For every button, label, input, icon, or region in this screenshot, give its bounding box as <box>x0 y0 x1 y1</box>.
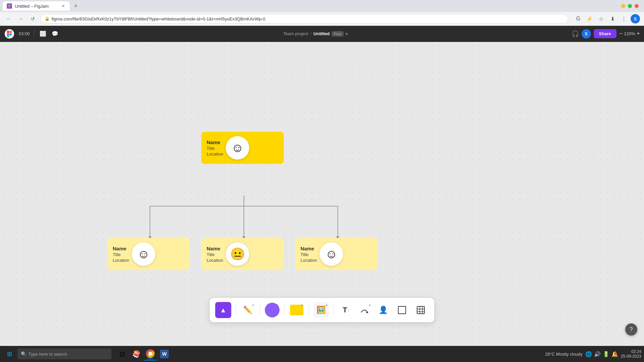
person-tool[interactable]: 👤 <box>375 302 391 318</box>
breadcrumb-project[interactable]: Team project <box>283 31 308 36</box>
org-card-child-middle[interactable]: Name Title Location 😐 <box>201 238 284 270</box>
rect-shape-tool[interactable]: ▲ <box>289 302 305 318</box>
taskbar-item-word[interactable]: W <box>158 347 171 361</box>
zoom-minus-icon[interactable]: − <box>619 30 623 37</box>
start-button[interactable]: ⊞ <box>3 347 16 361</box>
figma-logo[interactable] <box>4 28 15 39</box>
volume-icon[interactable]: 🔊 <box>594 351 601 357</box>
left-location: Location <box>113 258 129 263</box>
new-tab-button[interactable]: + <box>71 1 80 11</box>
frame-tool[interactable] <box>394 302 410 318</box>
dropdown-arrow-icon[interactable]: ▾ <box>345 31 348 37</box>
headphones-icon[interactable]: 🎧 <box>572 30 579 38</box>
lock-icon: 🔒 <box>45 16 50 21</box>
circle-shape-tool[interactable]: ▲ <box>264 302 280 318</box>
toolbar-center: Team project / Untitled Free ▾ <box>62 31 569 37</box>
table-tool[interactable] <box>413 302 429 318</box>
timer-display: 03:00 <box>19 31 30 36</box>
window-controls <box>621 4 641 8</box>
toolbar-divider-1 <box>235 304 236 316</box>
left-name: Name <box>113 246 129 251</box>
left-smiley-icon: ☺ <box>138 247 150 261</box>
browser-right-icons: G ⚡ ☆ ⬇ ⋮ S <box>574 14 640 23</box>
sticker-tool[interactable]: 🖼️ ▲ <box>313 302 329 318</box>
user-avatar[interactable]: S <box>582 29 591 39</box>
address-bar: ← → ↺ 🔒 figma.com/file/83GisEkRxK0z1yTbY… <box>0 12 644 25</box>
tab-favicon: F <box>7 3 12 9</box>
notification-icon[interactable]: 🔔 <box>611 351 618 357</box>
pen-tool[interactable]: ✏️ ▲ <box>240 302 256 318</box>
org-card-child-right[interactable]: Name Title Location ☺ <box>295 238 378 270</box>
svg-rect-0 <box>7 31 9 33</box>
circle-expand-icon: ▲ <box>276 303 279 306</box>
select-icon: ▲ <box>220 306 227 314</box>
close-window-button[interactable] <box>635 4 639 8</box>
toolbar-divider-5 <box>333 304 334 316</box>
root-smiley-icon: ☺ <box>231 141 244 155</box>
settings-icon[interactable]: ⋮ <box>619 14 629 23</box>
share-button[interactable]: Share <box>594 29 616 38</box>
maximize-button[interactable] <box>628 4 632 8</box>
org-card-right-text: Name Title Location <box>301 246 317 263</box>
battery-icon[interactable]: 🔋 <box>603 351 609 357</box>
windows-taskbar: ⊞ 🔍 Type here to search ⊟ 🍣 W 28°C Mostl… <box>0 346 644 362</box>
reload-button[interactable]: ↺ <box>28 14 38 23</box>
url-bar[interactable]: 🔒 figma.com/file/83GisEkRxK0z1yTbY8tFBf/… <box>40 14 568 23</box>
breadcrumb-separator: / <box>310 31 312 36</box>
root-avatar: ☺ <box>226 136 249 160</box>
taskbar-time-display: 02:24 <box>631 349 641 354</box>
middle-avatar: 😐 <box>226 242 249 266</box>
select-tool[interactable]: ▲ <box>215 302 231 318</box>
canvas-icon[interactable]: ⬜ <box>38 29 48 39</box>
active-tab[interactable]: F Untitled – FigJam ✕ <box>3 1 70 11</box>
org-card-left-text: Name Title Location <box>113 246 129 263</box>
weather-text: 28°C Mostly cloudy <box>545 352 582 357</box>
table-icon <box>417 306 425 314</box>
pen-expand-icon: ▲ <box>252 303 255 306</box>
taskbar-item-sushi[interactable]: 🍣 <box>129 347 143 361</box>
toolbar-divider-3 <box>284 304 285 316</box>
bookmark-icon[interactable]: ☆ <box>596 14 606 23</box>
svg-rect-2 <box>7 33 9 36</box>
taskbar-item-chrome[interactable] <box>144 347 157 361</box>
toolbar-separator <box>34 30 34 38</box>
rect-expand-icon: ▲ <box>301 303 304 306</box>
root-location: Location <box>207 152 223 157</box>
taskbar-search-box[interactable]: 🔍 Type here to search <box>17 349 111 359</box>
forward-button[interactable]: → <box>16 14 25 23</box>
back-button[interactable]: ← <box>4 14 13 23</box>
bottom-toolbar: ▲ ✏️ ▲ ▲ ▲ 🖼️ <box>210 298 434 322</box>
browser-chrome: F Untitled – FigJam ✕ + ← → ↺ 🔒 figma.co… <box>0 0 644 26</box>
left-avatar: ☺ <box>132 242 155 266</box>
text-tool[interactable]: T | <box>338 302 354 318</box>
download-icon[interactable]: ⬇ <box>608 14 617 23</box>
taskbar-item-view[interactable]: ⊟ <box>115 347 129 361</box>
org-card-root[interactable]: Name Title Location ☺ <box>201 132 284 164</box>
network-icon[interactable]: 🌐 <box>585 351 592 357</box>
toolbar-divider-2 <box>260 304 260 316</box>
breadcrumb-file[interactable]: Untitled <box>314 31 330 36</box>
taskbar-datetime: 02:24 25-09-2023 <box>621 349 641 359</box>
help-button[interactable]: ? <box>625 323 637 336</box>
zoom-plus-icon[interactable]: + <box>636 30 640 37</box>
left-title: Title <box>113 252 129 257</box>
minimize-button[interactable] <box>621 4 625 8</box>
tab-close-button[interactable]: ✕ <box>60 3 66 9</box>
taskbar-pinned-items: ⊟ 🍣 W <box>115 347 171 361</box>
taskbar-search-icon: 🔍 <box>21 351 26 357</box>
middle-smiley-icon: 😐 <box>230 247 245 261</box>
connector-tool[interactable]: ▲ <box>357 302 373 318</box>
chat-icon[interactable]: 💬 <box>50 29 60 39</box>
word-icon: W <box>160 350 169 358</box>
extensions-icon[interactable]: ⚡ <box>585 14 594 23</box>
google-icon[interactable]: G <box>574 14 583 23</box>
figma-canvas[interactable]: Name Title Location ☺ Name Title Locatio… <box>0 42 644 362</box>
right-name: Name <box>301 246 317 251</box>
root-name: Name <box>207 139 223 145</box>
right-location: Location <box>301 258 317 263</box>
org-card-child-left[interactable]: Name Title Location ☺ <box>107 238 190 270</box>
middle-title: Title <box>207 252 223 257</box>
zoom-control[interactable]: − 120% + <box>619 30 640 37</box>
profile-avatar[interactable]: S <box>631 14 640 23</box>
taskbar-search-placeholder: Type here to search <box>29 352 67 357</box>
